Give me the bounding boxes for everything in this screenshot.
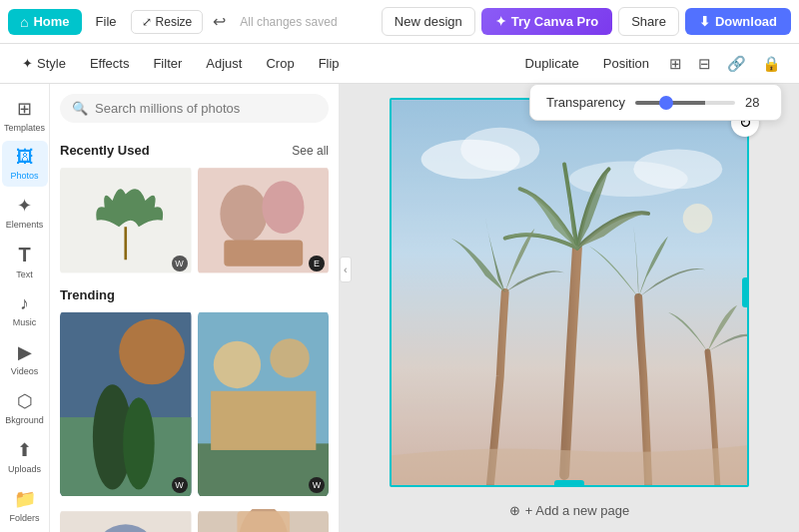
search-icon: 🔍 — [72, 101, 88, 116]
table-icon-button[interactable]: ⊞ — [663, 50, 688, 78]
search-input[interactable] — [95, 101, 317, 116]
panel-collapse-button[interactable]: ‹ — [340, 257, 352, 282]
svg-rect-23 — [237, 512, 290, 532]
templates-icon: ⊞ — [17, 98, 32, 120]
search-bar[interactable]: 🔍 — [60, 94, 329, 123]
background-label: Bkground — [5, 415, 44, 425]
recently-used-grid: W E — [60, 166, 329, 275]
download-button[interactable]: ⬇ Download — [685, 8, 791, 35]
save-status: All changes saved — [240, 15, 337, 29]
trending-photo-2[interactable]: W — [198, 310, 330, 498]
crop-button[interactable]: Crop — [256, 51, 304, 76]
recently-used-header: Recently Used See all — [60, 143, 329, 158]
svg-point-33 — [460, 128, 539, 172]
transparency-value: 28 — [745, 95, 765, 110]
sidebar-item-text[interactable]: T Text — [2, 238, 48, 285]
share-button[interactable]: Share — [618, 7, 679, 36]
sidebar-item-elements[interactable]: ✦ Elements — [2, 189, 48, 236]
sidebar-item-folders[interactable]: 📁 Folders — [2, 482, 48, 529]
home-button[interactable]: Home — [8, 9, 82, 35]
canvas-resize-handle-bottom[interactable] — [554, 480, 584, 487]
grid-icon-button[interactable]: ⊟ — [692, 50, 717, 78]
style-button[interactable]: ✦ Style — [12, 51, 76, 76]
see-all-link[interactable]: See all — [292, 144, 329, 158]
svg-point-8 — [119, 318, 185, 384]
canvas-area: ↻ ⊕ + Add a new page — [340, 84, 799, 532]
main-layout: ⊞ Templates 🖼 Photos ✦ Elements T Text ♪… — [0, 84, 799, 532]
svg-point-14 — [213, 340, 260, 387]
templates-label: Templates — [4, 123, 45, 133]
lock-icon-button[interactable]: 🔒 — [756, 50, 787, 78]
trending-badge-1: W — [172, 477, 188, 493]
duplicate-button[interactable]: Duplicate — [515, 51, 589, 76]
sidebar-item-uploads[interactable]: ⬆ Uploads — [2, 433, 48, 480]
left-sidebar: ⊞ Templates 🖼 Photos ✦ Elements T Text ♪… — [0, 84, 50, 532]
flip-button[interactable]: Flip — [309, 51, 350, 76]
recently-used-title: Recently Used — [60, 143, 150, 158]
sidebar-item-templates[interactable]: ⊞ Templates — [2, 92, 48, 139]
sidebar-item-background[interactable]: ⬡ Bkground — [2, 384, 48, 431]
uploads-icon: ⬆ — [17, 439, 32, 461]
background-icon: ⬡ — [17, 390, 33, 412]
transparency-popup: Transparency 28 — [529, 84, 782, 121]
photos-label: Photos — [10, 171, 38, 181]
trending-title: Trending — [60, 287, 115, 302]
trending-photo-4[interactable]: E — [198, 509, 330, 532]
trending-photo-1[interactable]: W — [60, 310, 192, 498]
editor-toolbar: ✦ Style Effects Filter Adjust Crop Flip … — [0, 44, 799, 84]
elements-icon: ✦ — [17, 195, 32, 217]
trending-grid: W W — [60, 310, 329, 498]
canvas-resize-handle-right[interactable] — [742, 277, 749, 307]
sidebar-item-videos[interactable]: ▶ Videos — [2, 335, 48, 382]
svg-point-36 — [683, 204, 713, 234]
music-label: Music — [13, 317, 37, 327]
resize-button[interactable]: ⤢ Resize — [131, 10, 204, 34]
text-label: Text — [16, 269, 33, 279]
try-pro-button[interactable]: ✦ Try Canva Pro — [481, 8, 612, 35]
photos-panel: 🔍 Heart Love Food › Recently Used See al… — [50, 84, 340, 532]
trending-header: Trending — [60, 287, 329, 302]
download-icon: ⬇ — [699, 14, 710, 29]
canvas-image — [392, 100, 747, 485]
link-icon-button[interactable]: 🔗 — [721, 50, 752, 78]
svg-point-10 — [123, 397, 155, 489]
photo-badge-1: W — [172, 256, 188, 271]
style-icon: ✦ — [22, 56, 33, 71]
photos-icon: 🖼 — [16, 147, 34, 168]
svg-point-35 — [633, 150, 722, 190]
text-icon: T — [18, 244, 30, 266]
add-page-icon: ⊕ — [509, 503, 520, 518]
trending-photo-3[interactable]: E — [60, 509, 192, 532]
sidebar-item-photos[interactable]: 🖼 Photos — [2, 141, 48, 187]
sidebar-item-music[interactable]: ♪ Music — [2, 287, 48, 333]
videos-icon: ▶ — [18, 341, 32, 363]
music-icon: ♪ — [20, 293, 29, 314]
svg-point-15 — [270, 338, 309, 377]
folders-icon: 📁 — [14, 488, 36, 510]
trending-grid-2: E E — [60, 509, 329, 532]
recent-photo-1[interactable]: W — [60, 166, 192, 275]
undo-button[interactable]: ↩ — [209, 8, 230, 35]
photo-badge-2: E — [309, 256, 325, 271]
canvas-wrapper — [390, 98, 749, 487]
elements-label: Elements — [6, 220, 44, 230]
svg-rect-5 — [224, 241, 303, 266]
adjust-button[interactable]: Adjust — [196, 51, 252, 76]
filter-button[interactable]: Filter — [143, 51, 192, 76]
uploads-label: Uploads — [8, 464, 41, 474]
add-page-button[interactable]: ⊕ + Add a new page — [509, 503, 629, 518]
effects-button[interactable]: Effects — [80, 51, 140, 76]
resize-icon: ⤢ — [142, 15, 152, 29]
position-button[interactable]: Position — [593, 51, 659, 76]
videos-label: Videos — [11, 366, 38, 376]
folders-label: Folders — [9, 513, 39, 523]
top-navigation: Home File ⤢ Resize ↩ All changes saved N… — [0, 0, 799, 44]
new-design-button[interactable]: New design — [382, 7, 475, 36]
recent-photo-2[interactable]: E — [198, 166, 330, 275]
transparency-slider[interactable] — [635, 101, 735, 105]
svg-point-4 — [262, 181, 304, 234]
transparency-label: Transparency — [546, 95, 625, 110]
file-button[interactable]: File — [88, 10, 125, 33]
svg-rect-13 — [211, 390, 316, 449]
pro-star-icon: ✦ — [495, 14, 506, 29]
